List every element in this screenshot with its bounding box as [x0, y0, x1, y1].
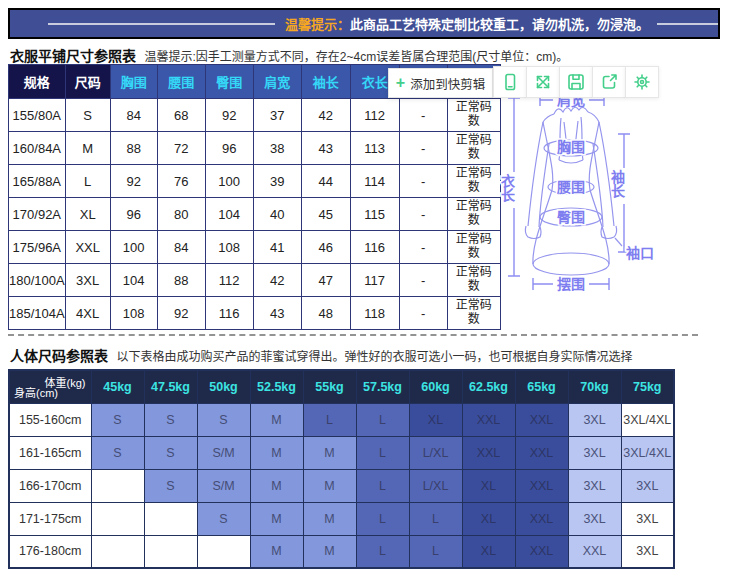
flat-table-cell: 115: [350, 198, 399, 231]
flat-table-cell: 72: [157, 132, 205, 165]
flat-table-cell: 104: [205, 198, 253, 231]
phone-preview-button[interactable]: [493, 66, 527, 98]
save-icon: [566, 72, 586, 92]
size-cell: L: [356, 469, 409, 502]
flat-table-header: 袖长: [301, 65, 350, 99]
flat-table-cell: 112: [205, 264, 253, 297]
body-size-table: 体重(kg)身高(cm)45kg47.5kg50kg52.5kg55kg57.5…: [8, 369, 675, 569]
flat-table-header: 尺码: [65, 65, 110, 99]
table-row: 155-160cmSSSMLLXLXXLXXL3XL3XL/4XL: [9, 403, 674, 436]
flat-table-cell: 4XL: [65, 297, 110, 330]
flat-table-cell: 40: [253, 198, 301, 231]
flat-table-cell: 84: [110, 99, 157, 132]
flat-table-cell: 正常码数: [447, 297, 500, 330]
flat-table-cell: 正常码数: [447, 264, 500, 297]
share-icon: [599, 72, 619, 92]
flat-table-cell: 正常码数: [447, 231, 500, 264]
flat-table-cell: 正常码数: [447, 198, 500, 231]
flat-table-header: 腰围: [157, 65, 205, 99]
weight-column-header: 50kg: [197, 370, 250, 403]
size-cell: S: [91, 436, 144, 469]
flat-table-cell: S: [65, 99, 110, 132]
fullscreen-button[interactable]: [526, 66, 560, 98]
flat-table-cell: 88: [157, 264, 205, 297]
table-row: 155/80AS8468923742112-正常码数: [9, 99, 501, 132]
size-cell: S: [197, 502, 250, 535]
expand-icon: [533, 72, 553, 92]
size-cell: 3XL: [621, 535, 674, 568]
flat-table-cell: 47: [301, 264, 350, 297]
table-row: 170/92AXL96801044045115-正常码数: [9, 198, 501, 231]
weight-column-header: 70kg: [568, 370, 621, 403]
flat-table-cell: 175/96A: [9, 231, 66, 264]
flat-table-cell: M: [65, 132, 110, 165]
weight-column-header: 75kg: [621, 370, 674, 403]
flat-table-cell: -: [399, 99, 447, 132]
weight-column-header: 47.5kg: [144, 370, 197, 403]
flat-table-cell: 180/100A: [9, 264, 66, 297]
flat-table-cell: 155/80A: [9, 99, 66, 132]
weight-column-header: 60kg: [409, 370, 462, 403]
diagram-length-label: 衣长: [500, 173, 515, 203]
size-cell: S: [144, 469, 197, 502]
size-cell: [91, 469, 144, 502]
flat-table-cell: 3XL: [65, 264, 110, 297]
diagram-waist-label: 腰围: [556, 179, 585, 195]
add-to-quickclip-button[interactable]: + 添加到快剪辑: [388, 68, 493, 98]
size-cell: M: [250, 403, 303, 436]
clip-toolbar: [494, 66, 659, 98]
size-cell: M: [250, 436, 303, 469]
size-cell: S/M: [197, 436, 250, 469]
flat-table-cell: 108: [110, 297, 157, 330]
flat-table-cell: 88: [110, 132, 157, 165]
size-cell: XXL: [515, 403, 568, 436]
height-row-label: 176-180cm: [9, 535, 91, 568]
flat-table-cell: 108: [205, 231, 253, 264]
diagram-bust-label: 胸围: [557, 139, 585, 155]
flat-table-cell: L: [65, 165, 110, 198]
size-cell: XXL: [462, 436, 515, 469]
table-row: 180/100A3XL104881124247117-正常码数: [9, 264, 501, 297]
gear-icon: [632, 72, 652, 92]
flat-table-cell: 38: [253, 132, 301, 165]
flat-table-cell: 113: [350, 132, 399, 165]
weight-column-header: 55kg: [303, 370, 356, 403]
size-cell: 3XL: [621, 469, 674, 502]
flat-table-cell: -: [399, 231, 447, 264]
flat-table-cell: 160/84A: [9, 132, 66, 165]
size-cell: XXL: [515, 469, 568, 502]
size-cell: XL: [462, 469, 515, 502]
page: 温馨提示： 此商品工艺特殊定制比较重工，请勿机洗，勿浸泡。 衣服平铺尺寸参照表 …: [0, 0, 730, 588]
diagram-hip-label: 臀围: [557, 209, 585, 225]
settings-button[interactable]: [625, 66, 659, 98]
add-to-quickclip-label: 添加到快剪辑: [410, 74, 485, 93]
banner-highlight: 温馨提示：: [285, 14, 350, 33]
flat-table-cell: 84: [157, 231, 205, 264]
flat-table-cell: 44: [301, 165, 350, 198]
size-cell: M: [250, 502, 303, 535]
save-button[interactable]: [559, 66, 593, 98]
flat-table-cell: 117: [350, 264, 399, 297]
diagram-sleeve-label: 袖长: [609, 169, 625, 199]
size-cell: XXL: [515, 502, 568, 535]
table-row: 176-180cmMMLLXLXXLXXL3XL: [9, 535, 674, 568]
size-cell: 3XL: [568, 502, 621, 535]
flat-table-cell: 114: [350, 165, 399, 198]
size-cell: S: [91, 403, 144, 436]
size-cell: XXL: [568, 535, 621, 568]
flat-table-header: 肩宽: [253, 65, 301, 99]
flat-table-cell: 116: [205, 297, 253, 330]
table-row: 160/84AM8872963843113-正常码数: [9, 132, 501, 165]
flat-size-section-title: 衣服平铺尺寸参照表 温馨提示:因手工测量方式不同，存在2~4cm误差皆属合理范围…: [10, 45, 568, 65]
flat-size-title: 衣服平铺尺寸参照表: [10, 48, 136, 64]
table-row: 185/104A4XL108921164348118-正常码数: [9, 297, 501, 330]
share-button[interactable]: [592, 66, 626, 98]
size-cell: L: [356, 403, 409, 436]
size-cell: [91, 535, 144, 568]
weight-column-header: 57.5kg: [356, 370, 409, 403]
size-cell: L/XL: [409, 469, 462, 502]
flat-table-cell: 41: [253, 231, 301, 264]
size-cell: XL: [462, 502, 515, 535]
flat-table-cell: 正常码数: [447, 132, 500, 165]
flat-table-cell: 45: [301, 198, 350, 231]
